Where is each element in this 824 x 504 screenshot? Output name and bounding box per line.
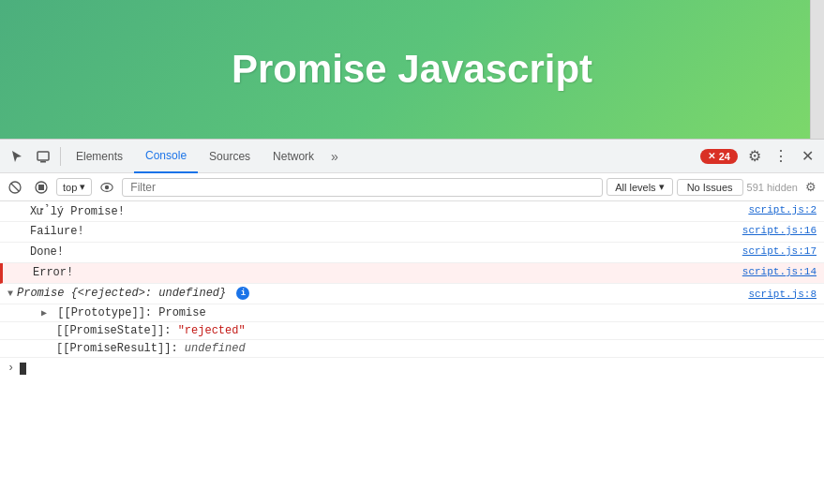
console-text-3: Done! [30, 245, 735, 259]
no-issues-button[interactable]: No Issues [677, 179, 743, 196]
svg-rect-5 [38, 185, 44, 190]
tab-network[interactable]: Network [262, 140, 325, 173]
console-row-4: Error! script.js:14 [0, 263, 824, 284]
console-toolbar: top ▾ All levels ▾ No Issues 591 hidden … [0, 173, 824, 201]
prototype-key: [[Prototype]]: Promise [57, 306, 205, 319]
console-text-4: Error! [33, 266, 735, 279]
more-options-button[interactable]: ⋮ [768, 143, 794, 170]
tab-divider-1 [60, 147, 61, 166]
state-val: "rejected" [178, 324, 246, 337]
console-link-3[interactable]: script.js:17 [742, 245, 817, 257]
svg-rect-1 [40, 161, 46, 163]
levels-chevron-icon: ▾ [659, 181, 665, 193]
console-text-1: Xử lý Promise! [30, 204, 741, 218]
svg-point-7 [105, 185, 109, 188]
close-devtools-button[interactable]: ✕ [794, 143, 820, 170]
console-link-2[interactable]: script.js:16 [742, 225, 817, 236]
device-toggle-icon[interactable] [30, 143, 56, 170]
promise-prototype-row[interactable]: ▶ [[Prototype]]: Promise [0, 304, 824, 322]
tab-bar: Elements Console Sources Network » ✕ 24 … [0, 140, 824, 173]
clear-console-button[interactable] [4, 176, 26, 199]
info-circle-icon[interactable]: i [236, 287, 249, 300]
tab-sources[interactable]: Sources [198, 140, 262, 173]
promise-object-row[interactable]: ▼ Promise {<rejected>: undefined} i scri… [0, 284, 824, 304]
context-selector[interactable]: top ▾ [56, 178, 92, 196]
console-settings-icon[interactable]: ⚙ [802, 178, 820, 197]
console-link-1[interactable]: script.js:2 [748, 204, 817, 215]
console-text-2: Failure! [30, 225, 735, 238]
console-row-2: Failure! script.js:16 [0, 222, 824, 243]
tab-console[interactable]: Console [134, 140, 198, 173]
error-x-icon: ✕ [708, 151, 715, 161]
promise-object-text: Promise {<rejected>: undefined} i [17, 287, 741, 300]
console-output: Xử lý Promise! script.js:2 Failure! scri… [0, 201, 824, 504]
chevron-down-icon: ▾ [80, 181, 85, 193]
app-header: Promise Javascript [0, 0, 824, 139]
svg-line-3 [11, 184, 19, 191]
prompt-arrow-icon: › [7, 362, 14, 375]
hidden-count-label: 591 hidden [747, 182, 798, 193]
settings-button[interactable]: ⚙ [742, 143, 768, 170]
collapse-triangle-icon[interactable]: ▼ [7, 289, 13, 299]
error-count-badge[interactable]: ✕ 24 [700, 149, 738, 164]
pointer-icon[interactable] [4, 143, 30, 170]
filter-input[interactable] [122, 178, 603, 197]
more-tabs-button[interactable]: » [325, 149, 344, 164]
promise-state-row: [[PromiseState]]: "rejected" [0, 322, 824, 340]
cursor [20, 363, 26, 375]
svg-rect-0 [37, 152, 49, 160]
tab-elements[interactable]: Elements [65, 140, 134, 173]
console-row-3: Done! script.js:17 [0, 243, 824, 263]
promise-object-link[interactable]: script.js:8 [748, 289, 817, 300]
console-link-4[interactable]: script.js:14 [742, 266, 817, 277]
stop-button[interactable] [30, 176, 52, 199]
console-prompt[interactable]: › [0, 358, 824, 378]
eye-icon-button[interactable] [96, 176, 118, 199]
expand-prototype-icon[interactable]: ▶ [41, 308, 47, 319]
promise-result-row: [[PromiseResult]]: undefined [0, 340, 824, 358]
devtools-panel: Elements Console Sources Network » ✕ 24 … [0, 139, 824, 504]
result-val: undefined [185, 342, 246, 355]
page-title: Promise Javascript [232, 47, 592, 92]
console-row-1: Xử lý Promise! script.js:2 [0, 201, 824, 222]
promise-header-text: Promise {<rejected>: undefined} [17, 288, 226, 301]
state-key: [[PromiseState]]: [56, 324, 178, 337]
result-key: [[PromiseResult]]: [56, 342, 185, 355]
levels-dropdown[interactable]: All levels ▾ [607, 178, 672, 196]
